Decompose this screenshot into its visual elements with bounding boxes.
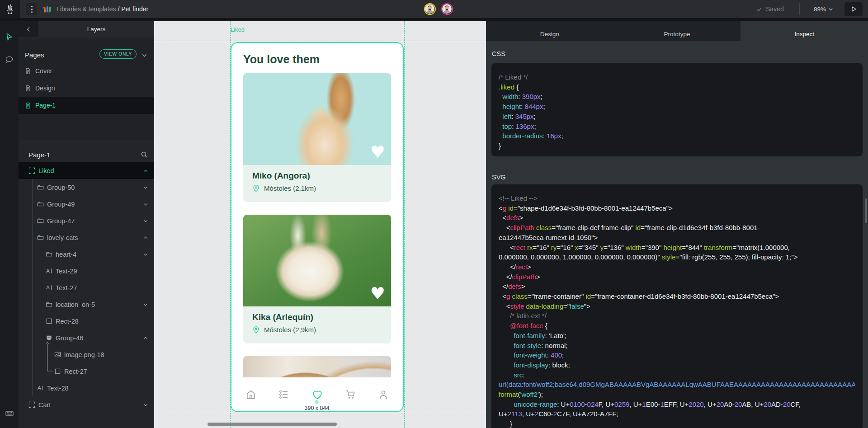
layer-row-image.png-18[interactable]: image.png-18 [19, 346, 154, 363]
chevron-down-icon[interactable] [142, 301, 149, 308]
tab-design[interactable]: Design [486, 21, 613, 41]
horizontal-scrollbar[interactable] [208, 423, 337, 426]
zoom-control[interactable]: 89% [814, 0, 834, 18]
page-title[interactable]: You love them [243, 53, 320, 66]
location-pin-icon [252, 326, 260, 334]
cart-icon[interactable] [344, 389, 356, 400]
pet-photo-rabbit[interactable]: ♥ [243, 215, 391, 306]
heart-icon[interactable] [311, 388, 324, 401]
layer-row-cart[interactable]: Cart [19, 396, 154, 413]
pages-section: Pages VIEW ONLY CoverDesignPage-1 [19, 39, 154, 141]
layer-name: Group-50 [47, 184, 139, 191]
rect-icon [46, 318, 52, 325]
layer-name: Text-27 [56, 284, 149, 292]
comments-tool-button[interactable] [0, 50, 19, 68]
layer-row-group-46[interactable]: Group-46 [19, 329, 154, 346]
tab-prototype[interactable]: Prototype [613, 21, 741, 41]
zoom-value[interactable]: 89% [814, 6, 826, 13]
pet-card-info: Kika (Arlequín) Móstoles (2,9km) [243, 306, 391, 343]
chevron-down-icon[interactable] [142, 201, 149, 207]
chevron-down-icon[interactable] [142, 184, 149, 191]
layer-row-rect-27[interactable]: Rect-27 [19, 363, 154, 380]
canvas-viewport[interactable]: Liked You love them ♥ Miko (Angora) Móst… [154, 21, 486, 428]
breadcrumb-project[interactable]: Pet finder [121, 5, 148, 13]
chevron-down-icon[interactable] [142, 218, 149, 224]
css-code-block[interactable]: /* Liked */.liked { width: 390px; height… [491, 63, 863, 156]
liked-heart-icon[interactable]: ♥ [370, 144, 385, 160]
resize-handle[interactable] [315, 400, 319, 404]
folder-icon [37, 201, 44, 207]
pet-photo-cat[interactable]: ♥ [243, 73, 391, 165]
check-icon [756, 6, 763, 13]
pet-card[interactable]: ♥ Kika (Arlequín) Móstoles (2,9km) [243, 215, 391, 343]
tab-layers[interactable]: Layers [38, 21, 154, 37]
code-line: </defs> [499, 282, 855, 292]
main-menu-button[interactable] [26, 3, 37, 15]
breadcrumb-separator: / [116, 5, 122, 13]
list-icon[interactable] [278, 389, 290, 400]
page-item-page-1[interactable]: Page-1 [19, 97, 154, 114]
layer-row-text-29[interactable]: AText-29 [19, 263, 154, 279]
css-section-title: CSS [492, 50, 505, 57]
page-item-design[interactable]: Design [19, 80, 154, 97]
penpot-logo[interactable] [0, 0, 20, 18]
search-icon[interactable] [141, 151, 148, 158]
avatar[interactable] [424, 3, 436, 15]
collapse-panel-button[interactable] [19, 21, 38, 37]
page-name: Cover [35, 67, 52, 75]
chevron-down-icon[interactable] [142, 251, 149, 258]
shortcuts-button[interactable] [0, 404, 19, 423]
panel-scrollbar[interactable] [865, 198, 867, 223]
view-mode-button[interactable] [844, 2, 863, 16]
layer-row-location_on-5[interactable]: location_on-5 [19, 296, 154, 313]
keyboard-icon [5, 409, 14, 418]
layer-name: Text-29 [56, 268, 149, 275]
code-line: } [499, 419, 855, 428]
chevron-up-icon[interactable] [142, 168, 149, 174]
tab-inspect[interactable]: Inspect [741, 21, 868, 41]
code-line: </clipPath> [499, 272, 855, 282]
liked-heart-icon[interactable]: ♥ [370, 285, 385, 302]
user-icon[interactable] [377, 389, 389, 400]
avatar[interactable] [441, 3, 453, 15]
layer-row-liked[interactable]: Liked [19, 162, 154, 179]
chevron-up-icon[interactable] [142, 235, 149, 241]
chevron-up-icon[interactable] [142, 335, 149, 341]
code-line: /* latin-ext */ [499, 311, 855, 321]
home-icon[interactable] [245, 389, 257, 400]
layer-row-group-50[interactable]: Group-50 [19, 179, 154, 196]
code-line: </rect> [499, 262, 855, 272]
frame-size-label: 390 x 844 [285, 405, 349, 411]
layer-row-heart-4[interactable]: heart-4 [19, 246, 154, 263]
frame-liked[interactable]: You love them ♥ Miko (Angora) Móstoles (… [231, 42, 404, 412]
code-line: url(data:font/woff2;base64,d09GMgABAAAAA… [499, 380, 855, 390]
layer-row-group-49[interactable]: Group-49 [19, 196, 154, 212]
layer-name: Cart [38, 401, 139, 409]
frame-name-label[interactable]: Liked [231, 26, 245, 33]
layer-row-lovely-cats[interactable]: lovely-cats [19, 229, 154, 246]
chevron-down-icon[interactable] [141, 52, 148, 59]
tab-label: Inspect [794, 31, 814, 38]
penpot-logo-icon [4, 3, 16, 15]
chevron-down-icon[interactable] [142, 402, 149, 408]
rect-icon [54, 368, 61, 375]
layer-name: lovely-cats [47, 234, 139, 241]
layer-name: Group-47 [47, 217, 139, 225]
move-tool-button[interactable] [0, 28, 19, 46]
pet-card-info: Miko (Angora) Móstoles (2,1km) [243, 165, 391, 202]
cursor-icon [5, 33, 14, 41]
layer-row-text-28[interactable]: AText-28 [19, 380, 154, 396]
pet-location: Móstoles (2,9km) [264, 326, 316, 334]
svg-code-block[interactable]: <!-- Liked --><g id="shape-d1d6e34f-b3fd… [491, 184, 863, 428]
breadcrumb[interactable]: Libraries & templates / Pet finder [57, 5, 148, 13]
layer-name: location_on-5 [56, 301, 139, 308]
pages-list: CoverDesignPage-1 [19, 62, 154, 114]
code-line: <clipPath class="frame-clip-def frame-cl… [499, 223, 855, 233]
breadcrumb-section[interactable]: Libraries & templates [57, 5, 116, 13]
board-icon [28, 167, 35, 174]
layer-row-rect-28[interactable]: Rect-28 [19, 313, 154, 329]
pet-card[interactable]: ♥ Miko (Angora) Móstoles (2,1km) [243, 73, 391, 202]
page-item-cover[interactable]: Cover [19, 62, 154, 80]
layer-row-text-27[interactable]: AText-27 [19, 279, 154, 296]
layer-row-group-47[interactable]: Group-47 [19, 212, 154, 229]
